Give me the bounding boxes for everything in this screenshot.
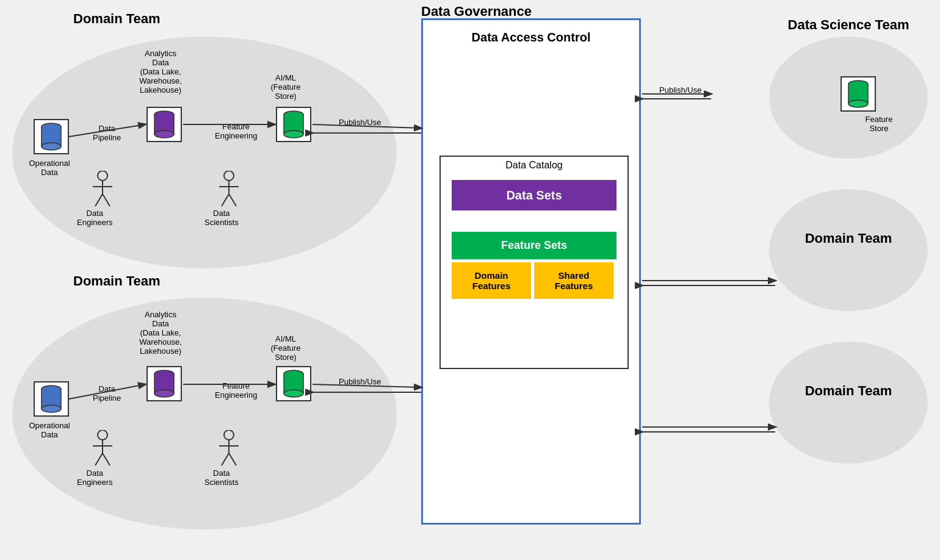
domain-team-right-bot-title: Domain Team bbox=[769, 383, 928, 399]
data-scientists-top-person bbox=[217, 171, 241, 210]
domain-team-bottom-ellipse bbox=[12, 298, 397, 529]
diagram-container: Domain Team Domain Team Data Governance … bbox=[0, 0, 940, 560]
svg-point-52 bbox=[848, 100, 868, 107]
analytics-data-bot-label: AnalyticsData(Data Lake,Warehouse,Lakeho… bbox=[121, 310, 200, 356]
svg-point-12 bbox=[284, 131, 303, 138]
data-governance-title: Data Governance bbox=[421, 4, 532, 20]
data-engineers-bot-person bbox=[90, 430, 115, 469]
svg-point-27 bbox=[42, 405, 61, 412]
datasets-bar: Data Sets bbox=[452, 180, 616, 210]
data-engineers-bot-label: DataEngineers bbox=[77, 468, 113, 487]
data-science-team-title: Data Science Team bbox=[769, 17, 928, 33]
feature-store-right-label: FeatureStore bbox=[855, 115, 903, 133]
svg-line-18 bbox=[95, 194, 103, 206]
operational-data-top-icon bbox=[34, 119, 69, 154]
aiml-bot-label: AI/ML(FeatureStore) bbox=[255, 334, 316, 362]
svg-line-23 bbox=[222, 194, 229, 206]
svg-line-19 bbox=[103, 194, 110, 206]
domain-team-top-ellipse bbox=[12, 37, 397, 268]
svg-point-32 bbox=[154, 390, 174, 397]
data-scientists-bot-person bbox=[217, 430, 241, 469]
feature-engineering-bot-label: FeatureEngineering bbox=[215, 381, 257, 400]
data-engineers-top-label: DataEngineers bbox=[77, 209, 113, 227]
feature-sets-bar: Feature Sets bbox=[452, 232, 616, 259]
publish-use-bot-label: Publish/Use bbox=[339, 377, 381, 386]
data-scientists-bot-label: DataScientists bbox=[204, 468, 239, 487]
data-pipeline-bot-label: DataPipeline bbox=[93, 384, 121, 403]
svg-line-49 bbox=[229, 453, 236, 465]
data-pipeline-top-label: DataPipeline bbox=[93, 124, 121, 142]
domain-team-right-mid-ellipse bbox=[769, 189, 928, 311]
feature-engineering-top-label: FeatureEngineering bbox=[215, 122, 257, 140]
feature-store-right-icon bbox=[841, 76, 876, 112]
svg-line-43 bbox=[95, 453, 103, 465]
svg-point-45 bbox=[224, 430, 234, 440]
operational-data-bot-label: OperationalData bbox=[22, 421, 77, 439]
operational-data-top-label: OperationalData bbox=[22, 159, 77, 177]
aiml-top-label: AI/ML(FeatureStore) bbox=[255, 73, 316, 101]
data-engineers-top-person bbox=[90, 171, 115, 210]
operational-data-bot-icon bbox=[34, 381, 69, 417]
domain-team-right-bot-ellipse bbox=[769, 342, 928, 464]
svg-line-44 bbox=[103, 453, 110, 465]
publish-use-right-label: Publish/Use bbox=[659, 85, 701, 95]
aiml-top-icon bbox=[276, 107, 311, 142]
domain-team-bottom-title: Domain Team bbox=[73, 273, 161, 289]
svg-line-24 bbox=[229, 194, 236, 206]
access-control-title: Data Access Control bbox=[427, 31, 635, 45]
publish-use-top-label: Publish/Use bbox=[339, 118, 381, 127]
svg-point-40 bbox=[98, 430, 107, 440]
domain-team-right-mid-title: Domain Team bbox=[769, 231, 928, 246]
svg-point-37 bbox=[284, 390, 303, 397]
domain-features-box: Domain Features bbox=[452, 262, 531, 299]
shared-features-box: Shared Features bbox=[534, 262, 613, 299]
analytics-data-bot-icon bbox=[146, 366, 182, 401]
catalog-title: Data Catalog bbox=[439, 160, 629, 171]
analytics-data-top-label: AnalyticsData(Data Lake,Warehouse,Lakeho… bbox=[121, 49, 200, 95]
svg-point-15 bbox=[98, 171, 107, 181]
svg-point-2 bbox=[42, 143, 61, 150]
aiml-bot-icon bbox=[276, 366, 311, 401]
data-scientists-top-label: DataScientists bbox=[204, 209, 239, 227]
svg-line-48 bbox=[222, 453, 229, 465]
domain-team-top-title: Domain Team bbox=[73, 11, 161, 27]
svg-point-7 bbox=[154, 131, 174, 138]
analytics-data-top-icon bbox=[146, 107, 182, 142]
svg-point-20 bbox=[224, 171, 234, 181]
